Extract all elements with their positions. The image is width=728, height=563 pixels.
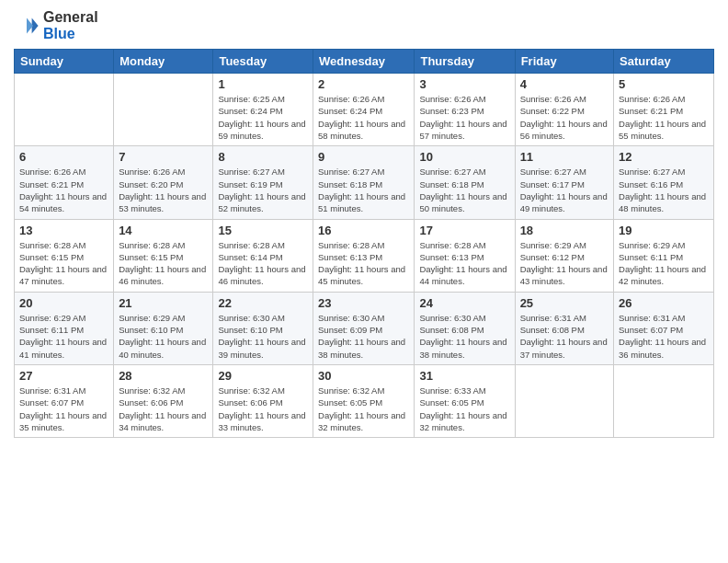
calendar-cell: 18Sunrise: 6:29 AM Sunset: 6:12 PM Dayli… — [515, 219, 613, 292]
calendar-cell: 28Sunrise: 6:32 AM Sunset: 6:06 PM Dayli… — [114, 364, 213, 437]
day-info: Sunrise: 6:28 AM Sunset: 6:15 PM Dayligh… — [119, 239, 208, 288]
day-info: Sunrise: 6:27 AM Sunset: 6:19 PM Dayligh… — [218, 166, 308, 214]
calendar-cell — [114, 74, 213, 146]
day-info: Sunrise: 6:26 AM Sunset: 6:22 PM Dayligh… — [520, 93, 609, 142]
day-info: Sunrise: 6:26 AM Sunset: 6:20 PM Dayligh… — [119, 166, 208, 214]
day-info: Sunrise: 6:28 AM Sunset: 6:13 PM Dayligh… — [419, 239, 509, 288]
calendar-cell: 23Sunrise: 6:30 AM Sunset: 6:09 PM Dayli… — [313, 292, 415, 364]
day-number: 27 — [19, 369, 108, 383]
day-info: Sunrise: 6:29 AM Sunset: 6:11 PM Dayligh… — [19, 312, 108, 361]
calendar-week-4: 20Sunrise: 6:29 AM Sunset: 6:11 PM Dayli… — [15, 292, 714, 364]
calendar-cell: 9Sunrise: 6:27 AM Sunset: 6:18 PM Daylig… — [313, 146, 415, 219]
day-info: Sunrise: 6:31 AM Sunset: 6:07 PM Dayligh… — [619, 312, 709, 361]
calendar-cell: 19Sunrise: 6:29 AM Sunset: 6:11 PM Dayli… — [614, 219, 714, 292]
day-info: Sunrise: 6:31 AM Sunset: 6:07 PM Dayligh… — [19, 385, 108, 433]
calendar-cell: 1Sunrise: 6:25 AM Sunset: 6:24 PM Daylig… — [213, 74, 313, 146]
calendar-header-thursday: Thursday — [415, 50, 515, 74]
calendar-cell: 14Sunrise: 6:28 AM Sunset: 6:15 PM Dayli… — [114, 219, 213, 292]
day-number: 12 — [619, 150, 709, 164]
calendar-week-1: 1Sunrise: 6:25 AM Sunset: 6:24 PM Daylig… — [15, 74, 714, 146]
day-number: 25 — [520, 296, 609, 310]
logo-text: General Blue — [43, 9, 98, 41]
day-number: 17 — [419, 224, 509, 237]
day-info: Sunrise: 6:32 AM Sunset: 6:06 PM Dayligh… — [218, 385, 308, 433]
calendar-table: SundayMondayTuesdayWednesdayThursdayFrid… — [14, 49, 714, 438]
calendar-cell: 6Sunrise: 6:26 AM Sunset: 6:21 PM Daylig… — [15, 146, 114, 219]
calendar-cell: 8Sunrise: 6:27 AM Sunset: 6:19 PM Daylig… — [213, 146, 313, 219]
logo-icon — [14, 13, 40, 39]
day-number: 26 — [619, 296, 709, 310]
day-number: 14 — [119, 224, 208, 237]
day-info: Sunrise: 6:28 AM Sunset: 6:13 PM Dayligh… — [318, 239, 409, 288]
calendar-cell: 17Sunrise: 6:28 AM Sunset: 6:13 PM Dayli… — [415, 219, 515, 292]
calendar-cell: 4Sunrise: 6:26 AM Sunset: 6:22 PM Daylig… — [515, 74, 613, 146]
day-info: Sunrise: 6:27 AM Sunset: 6:18 PM Dayligh… — [318, 166, 409, 214]
calendar-cell: 7Sunrise: 6:26 AM Sunset: 6:20 PM Daylig… — [114, 146, 213, 219]
day-number: 22 — [218, 296, 308, 310]
day-number: 21 — [119, 296, 208, 310]
calendar-cell: 29Sunrise: 6:32 AM Sunset: 6:06 PM Dayli… — [213, 364, 313, 437]
day-number: 15 — [218, 224, 308, 237]
day-number: 10 — [419, 150, 509, 164]
day-info: Sunrise: 6:26 AM Sunset: 6:24 PM Dayligh… — [318, 93, 409, 142]
day-number: 11 — [520, 150, 609, 164]
day-info: Sunrise: 6:29 AM Sunset: 6:10 PM Dayligh… — [119, 312, 208, 361]
calendar-cell: 5Sunrise: 6:26 AM Sunset: 6:21 PM Daylig… — [614, 74, 714, 146]
day-info: Sunrise: 6:27 AM Sunset: 6:18 PM Dayligh… — [419, 166, 509, 214]
calendar-week-5: 27Sunrise: 6:31 AM Sunset: 6:07 PM Dayli… — [15, 364, 714, 437]
calendar-cell: 16Sunrise: 6:28 AM Sunset: 6:13 PM Dayli… — [313, 219, 415, 292]
day-number: 23 — [318, 296, 409, 310]
day-number: 3 — [419, 77, 509, 91]
calendar-cell: 21Sunrise: 6:29 AM Sunset: 6:10 PM Dayli… — [114, 292, 213, 364]
day-info: Sunrise: 6:27 AM Sunset: 6:16 PM Dayligh… — [619, 166, 709, 214]
calendar-cell: 12Sunrise: 6:27 AM Sunset: 6:16 PM Dayli… — [614, 146, 714, 219]
calendar-header-sunday: Sunday — [15, 50, 114, 74]
header: General Blue — [14, 9, 714, 41]
day-info: Sunrise: 6:29 AM Sunset: 6:12 PM Dayligh… — [520, 239, 609, 288]
calendar-header-tuesday: Tuesday — [213, 50, 313, 74]
page: General Blue SundayMondayTuesdayWednesda… — [0, 0, 728, 563]
day-number: 6 — [19, 150, 108, 164]
day-number: 19 — [619, 224, 709, 237]
day-number: 9 — [318, 150, 409, 164]
calendar-cell: 26Sunrise: 6:31 AM Sunset: 6:07 PM Dayli… — [614, 292, 714, 364]
calendar-cell: 10Sunrise: 6:27 AM Sunset: 6:18 PM Dayli… — [415, 146, 515, 219]
day-info: Sunrise: 6:30 AM Sunset: 6:09 PM Dayligh… — [318, 312, 409, 361]
calendar-cell: 31Sunrise: 6:33 AM Sunset: 6:05 PM Dayli… — [415, 364, 515, 437]
day-number: 20 — [19, 296, 108, 310]
calendar-header-monday: Monday — [114, 50, 213, 74]
day-info: Sunrise: 6:26 AM Sunset: 6:23 PM Dayligh… — [419, 93, 509, 142]
calendar-cell — [515, 364, 613, 437]
calendar-cell: 2Sunrise: 6:26 AM Sunset: 6:24 PM Daylig… — [313, 74, 415, 146]
calendar-cell: 30Sunrise: 6:32 AM Sunset: 6:05 PM Dayli… — [313, 364, 415, 437]
day-number: 28 — [119, 369, 208, 383]
day-info: Sunrise: 6:25 AM Sunset: 6:24 PM Dayligh… — [218, 93, 308, 142]
day-info: Sunrise: 6:31 AM Sunset: 6:08 PM Dayligh… — [520, 312, 609, 361]
calendar-cell: 24Sunrise: 6:30 AM Sunset: 6:08 PM Dayli… — [415, 292, 515, 364]
calendar-cell — [614, 364, 714, 437]
day-info: Sunrise: 6:33 AM Sunset: 6:05 PM Dayligh… — [419, 385, 509, 433]
calendar-cell — [15, 74, 114, 146]
day-number: 13 — [19, 224, 108, 237]
day-info: Sunrise: 6:30 AM Sunset: 6:10 PM Dayligh… — [218, 312, 308, 361]
logo: General Blue — [14, 9, 98, 41]
calendar-cell: 22Sunrise: 6:30 AM Sunset: 6:10 PM Dayli… — [213, 292, 313, 364]
day-number: 4 — [520, 77, 609, 91]
calendar-cell: 3Sunrise: 6:26 AM Sunset: 6:23 PM Daylig… — [415, 74, 515, 146]
day-number: 1 — [218, 77, 308, 91]
day-number: 2 — [318, 77, 409, 91]
day-info: Sunrise: 6:29 AM Sunset: 6:11 PM Dayligh… — [619, 239, 709, 288]
day-info: Sunrise: 6:27 AM Sunset: 6:17 PM Dayligh… — [520, 166, 609, 214]
day-number: 7 — [119, 150, 208, 164]
calendar-header-friday: Friday — [515, 50, 613, 74]
calendar-header-wednesday: Wednesday — [313, 50, 415, 74]
calendar-cell: 27Sunrise: 6:31 AM Sunset: 6:07 PM Dayli… — [15, 364, 114, 437]
day-info: Sunrise: 6:28 AM Sunset: 6:14 PM Dayligh… — [218, 239, 308, 288]
calendar-header-row: SundayMondayTuesdayWednesdayThursdayFrid… — [15, 50, 714, 74]
day-number: 5 — [619, 77, 709, 91]
calendar-cell: 25Sunrise: 6:31 AM Sunset: 6:08 PM Dayli… — [515, 292, 613, 364]
day-number: 29 — [218, 369, 308, 383]
calendar-header-saturday: Saturday — [614, 50, 714, 74]
day-info: Sunrise: 6:32 AM Sunset: 6:06 PM Dayligh… — [119, 385, 208, 433]
day-info: Sunrise: 6:26 AM Sunset: 6:21 PM Dayligh… — [19, 166, 108, 214]
